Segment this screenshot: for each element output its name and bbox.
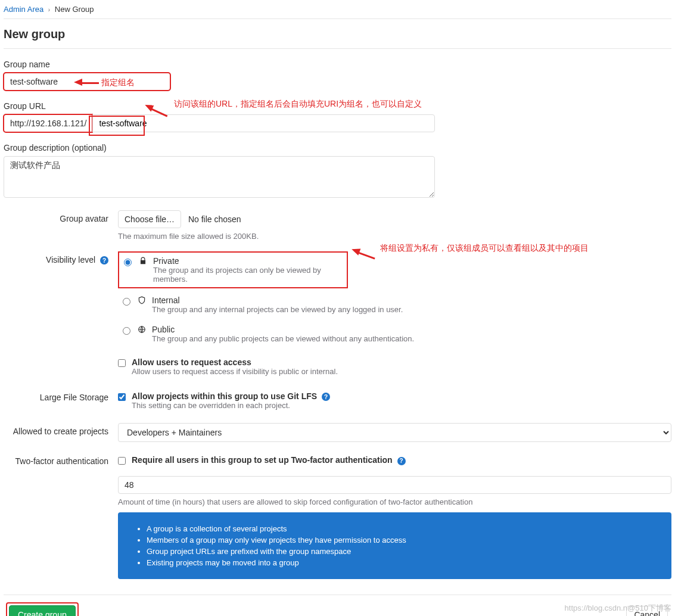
globe-icon <box>136 325 147 335</box>
visibility-title: Private <box>153 256 342 266</box>
two-factor-label: Two-factor authentication <box>4 453 118 578</box>
visibility-radio-internal[interactable] <box>123 298 130 306</box>
divider <box>4 18 671 19</box>
chevron-right-icon: › <box>46 7 52 13</box>
info-item: Existing projects may be moved into a gr… <box>147 558 660 567</box>
info-item: A group is a collection of several proje… <box>147 524 660 533</box>
cancel-button[interactable]: Cancel <box>626 606 668 616</box>
visibility-desc: The group and any internal projects can … <box>152 305 403 314</box>
breadcrumb-current: New Group <box>55 5 94 14</box>
allowed-create-label: Allowed to create projects <box>4 423 118 442</box>
avatar-help: The maximum file size allowed is 200KB. <box>118 232 671 241</box>
request-access-desc: Allow users to request access if visibil… <box>132 367 338 376</box>
lfs-desc: This setting can be overridden in each p… <box>132 401 330 410</box>
group-url-prefix: http://192.168.1.121/ <box>4 114 92 132</box>
choose-file-button[interactable]: Choose file… <box>118 210 181 228</box>
breadcrumb-admin-area[interactable]: Admin Area <box>4 5 43 14</box>
visibility-radio-public[interactable] <box>123 327 130 335</box>
group-name-input[interactable] <box>4 73 170 91</box>
help-icon[interactable]: ? <box>100 256 108 265</box>
info-item: Members of a group may only view project… <box>147 536 660 545</box>
visibility-label: Visibility level <box>46 255 95 265</box>
lfs-label: Large File Storage <box>4 389 118 412</box>
group-url-input[interactable] <box>92 114 435 132</box>
shield-icon <box>136 296 147 306</box>
group-url-label: Group URL <box>4 101 671 111</box>
two-factor-checkbox[interactable] <box>118 457 126 465</box>
create-group-button[interactable]: Create group <box>9 605 76 616</box>
two-factor-title: Require all users in this group to set u… <box>132 455 393 465</box>
group-avatar-label: Group avatar <box>4 210 118 241</box>
file-chosen-status: No file chosen <box>188 214 241 224</box>
visibility-title: Public <box>152 325 414 334</box>
two-factor-hours-help: Amount of time (in hours) that users are… <box>118 497 671 506</box>
visibility-option-public[interactable]: Public The group and any public projects… <box>118 321 671 347</box>
divider <box>4 48 671 49</box>
visibility-option-internal[interactable]: Internal The group and any internal proj… <box>118 292 671 318</box>
lock-icon <box>138 257 148 267</box>
info-item: Group project URLs are prefixed with the… <box>147 547 660 556</box>
group-name-label: Group name <box>4 60 671 69</box>
lfs-checkbox[interactable] <box>118 393 126 401</box>
visibility-radio-private[interactable] <box>124 259 132 266</box>
visibility-desc: The group and any public projects can be… <box>152 334 414 343</box>
create-group-highlight: Create group <box>7 603 77 616</box>
group-description-label: Group description (optional) <box>4 143 435 153</box>
page-title: New group <box>4 27 671 41</box>
visibility-option-private[interactable]: Private The group and its projects can o… <box>118 251 348 288</box>
visibility-title: Internal <box>152 295 403 305</box>
help-icon[interactable]: ? <box>397 457 406 465</box>
two-factor-hours-input[interactable] <box>118 476 671 494</box>
lfs-title: Allow projects within this group to use … <box>132 391 317 401</box>
request-access-title: Allow users to request access <box>132 357 338 367</box>
visibility-desc: The group and its projects can only be v… <box>153 266 342 284</box>
allowed-create-select[interactable]: Developers + Maintainers <box>118 423 671 442</box>
help-icon[interactable]: ? <box>322 393 330 401</box>
group-info-box: A group is a collection of several proje… <box>118 512 671 579</box>
breadcrumb: Admin Area › New Group <box>4 0 671 17</box>
request-access-checkbox[interactable] <box>118 359 126 367</box>
group-description-input[interactable]: 测试软件产品 <box>4 156 435 198</box>
